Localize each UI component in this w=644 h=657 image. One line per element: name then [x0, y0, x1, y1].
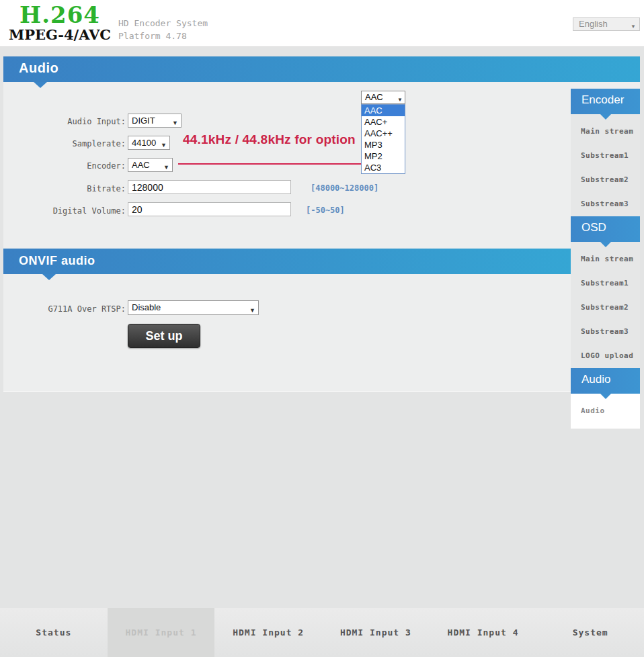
sidebar-item-encoder-substream3[interactable]: Substream3	[571, 192, 640, 216]
sidebar-item-audio-audio[interactable]: Audio	[571, 399, 640, 423]
logo-mpeg-text: MPEG-4/AVC	[5, 27, 114, 43]
content-panel: Audio Audio Input: DIGIT ▼ Samplerate: 4…	[3, 56, 640, 391]
dropdown-option-aac-plus-plus[interactable]: AAC++	[362, 128, 405, 139]
sidebar-item-osd-substream1[interactable]: Substream1	[571, 271, 640, 296]
audio-section-bar: Audio	[3, 56, 640, 82]
sidebar-item-encoder-substream1[interactable]: Substream1	[571, 144, 640, 168]
page: H.264 MPEG-4/AVC HD Encoder System Platf…	[0, 0, 644, 657]
encoder-label: Encoder:	[30, 161, 126, 171]
samplerate-annotation: 44.1kHz / 44.8kHz for option	[183, 132, 356, 147]
bitrate-hint: [48000~128000]	[311, 183, 378, 193]
bottom-nav: Status HDMI Input 1 HDMI Input 2 HDMI In…	[0, 608, 644, 657]
sidebar-header-encoder-title: Encoder	[581, 93, 624, 107]
sidebar-item-encoder-main-stream[interactable]: Main stream	[571, 120, 640, 144]
onvif-section-title: ONVIF audio	[19, 254, 95, 268]
nav-item-hdmi-input-1[interactable]: HDMI Input 1	[108, 608, 215, 657]
sidebar-item-osd-main-stream[interactable]: Main stream	[571, 247, 640, 271]
dropdown-option-mp3[interactable]: MP3	[362, 139, 405, 150]
samplerate-select[interactable]: 44100 ▼	[128, 136, 170, 150]
encoder-dropdown-list: AAC AAC+ AAC++ MP3 MP2 AC3	[361, 104, 405, 174]
samplerate-label: Samplerate:	[30, 139, 126, 148]
encoder-dropdown-selected-value: AAC	[365, 92, 383, 102]
digital-volume-input[interactable]	[128, 202, 291, 216]
sidebar-encoder-items: Main stream Substream1 Substream2 Substr…	[571, 114, 640, 216]
encoder-value: AAC	[132, 160, 150, 170]
chevron-down-icon: ▼	[249, 304, 255, 317]
triangle-down-icon	[42, 274, 56, 280]
chevron-down-icon: ▼	[631, 21, 636, 33]
g711a-label: G711A Over RTSP:	[30, 304, 126, 314]
setup-button[interactable]: Set up	[128, 324, 200, 348]
bitrate-label: Bitrate:	[30, 184, 126, 193]
g711a-value: Disable	[132, 302, 161, 312]
triangle-down-icon	[34, 82, 47, 88]
dropdown-option-mp2[interactable]: MP2	[362, 150, 405, 162]
audio-input-label: Audio Input:	[30, 117, 126, 126]
sidebar-header-encoder[interactable]: Encoder	[571, 89, 640, 114]
chevron-down-icon: ▼	[161, 139, 167, 152]
logo-h264-text: H.264	[5, 3, 114, 27]
bitrate-input[interactable]	[128, 180, 291, 194]
language-select[interactable]: English ▼	[573, 17, 640, 31]
triangle-down-icon	[600, 394, 611, 399]
sidebar-header-osd[interactable]: OSD	[571, 216, 640, 242]
top-header: H.264 MPEG-4/AVC HD Encoder System Platf…	[0, 0, 644, 47]
subtitle-line2: Platform 4.78	[118, 30, 208, 42]
onvif-section-bar: ONVIF audio	[3, 249, 571, 274]
nav-item-hdmi-input-2[interactable]: HDMI Input 2	[214, 608, 322, 657]
nav-item-status[interactable]: Status	[0, 608, 108, 657]
dropdown-option-aac[interactable]: AAC	[362, 105, 405, 116]
audio-input-value: DIGIT	[132, 116, 155, 126]
g711a-select[interactable]: Disable ▼	[128, 300, 259, 315]
audio-section-title: Audio	[19, 60, 58, 76]
sidebar: Encoder Main stream Substream1 Substream…	[571, 89, 640, 429]
encoder-select[interactable]: AAC ▼	[128, 158, 173, 172]
nav-item-hdmi-input-4[interactable]: HDMI Input 4	[430, 608, 537, 657]
chevron-down-icon: ▼	[172, 117, 178, 130]
sidebar-osd-items: Main stream Substream1 Substream2 Substr…	[571, 242, 640, 368]
chevron-down-icon: ▼	[397, 94, 403, 106]
samplerate-value: 44100	[132, 138, 156, 148]
dropdown-option-ac3[interactable]: AC3	[362, 162, 405, 173]
encoder-dropdown-open: AAC ▼ AAC AAC+ AAC++ MP3 MP2 AC3	[361, 91, 405, 174]
logo: H.264 MPEG-4/AVC	[5, 3, 114, 43]
audio-input-select[interactable]: DIGIT ▼	[128, 114, 182, 128]
chevron-down-icon: ▼	[163, 161, 169, 174]
digital-volume-label: Digital Volume:	[30, 206, 126, 216]
nav-item-system[interactable]: System	[536, 608, 644, 657]
sidebar-item-osd-substream3[interactable]: Substream3	[571, 320, 640, 344]
sidebar-header-audio-title: Audio	[581, 373, 610, 386]
red-connector-line	[178, 163, 364, 165]
triangle-down-icon	[600, 114, 611, 120]
sidebar-item-osd-logo-upload[interactable]: LOGO upload	[571, 344, 640, 368]
system-subtitle: HD Encoder System Platform 4.78	[118, 17, 208, 42]
dropdown-option-aac-plus[interactable]: AAC+	[362, 116, 405, 128]
sidebar-header-audio[interactable]: Audio	[571, 368, 640, 394]
sidebar-header-osd-title: OSD	[581, 221, 606, 234]
sidebar-item-encoder-substream2[interactable]: Substream2	[571, 168, 640, 192]
digital-volume-hint: [-50~50]	[306, 206, 345, 215]
subtitle-line1: HD Encoder System	[118, 17, 208, 30]
triangle-down-icon	[600, 242, 611, 247]
language-selected-value: English	[579, 19, 608, 29]
encoder-dropdown-select[interactable]: AAC ▼	[361, 91, 405, 104]
sidebar-item-osd-substream2[interactable]: Substream2	[571, 296, 640, 320]
nav-item-hdmi-input-3[interactable]: HDMI Input 3	[322, 608, 430, 657]
